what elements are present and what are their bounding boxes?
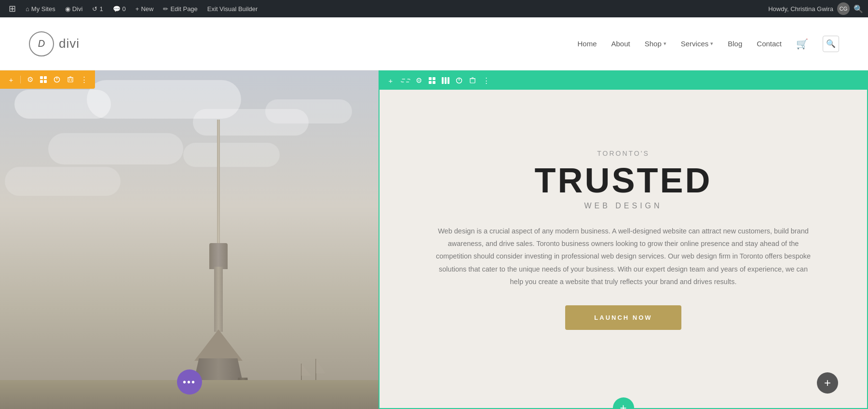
site-header: D divi Home About Shop ▾ Services ▾ Blog… [0, 17, 868, 70]
svg-rect-22 [448, 77, 449, 84]
tower-base-upper [194, 329, 243, 361]
divi-icon: ◉ [65, 5, 70, 13]
divi-label: Divi [72, 5, 83, 13]
power-icon[interactable] [454, 75, 464, 86]
updates-button[interactable]: ↺ 1 [88, 0, 107, 17]
content-body: Web design is a crucial aspect of any mo… [435, 225, 812, 287]
comments-count: 0 [122, 5, 126, 13]
my-sites-label: My Sites [31, 5, 55, 13]
cn-tower [170, 120, 267, 409]
nav-item-contact[interactable]: Contact [757, 40, 782, 48]
admin-search-icon[interactable]: 🔍 [854, 4, 863, 14]
content-subtitle: TORONTO'S [597, 150, 650, 157]
site-nav: Home About Shop ▾ Services ▾ Blog Contac… [577, 36, 839, 52]
comments-icon: 💬 [113, 5, 121, 13]
admin-bar-right: Howdy, Christina Gwira CG 🔍 [768, 2, 863, 15]
layout-icon[interactable] [38, 74, 49, 85]
nav-item-home[interactable]: Home [577, 40, 597, 48]
content-title-main: TRUSTED [535, 163, 712, 198]
content-title-sub: WEB DESIGN [584, 202, 662, 210]
exit-vb-label: Exit Visual Builder [207, 5, 258, 13]
nav-label-services: Services [681, 40, 709, 48]
nav-item-about[interactable]: About [611, 40, 630, 48]
logo-letter: D [38, 38, 45, 49]
nav-label-shop: Shop [645, 40, 662, 48]
svg-rect-25 [470, 79, 475, 83]
section-options-button[interactable]: ••• [177, 369, 202, 395]
svg-rect-1 [44, 76, 47, 79]
new-label: New [141, 5, 153, 13]
plus-icon: + [136, 5, 139, 13]
left-section: + ⚙ [0, 70, 379, 409]
svg-marker-13 [301, 364, 311, 376]
sites-icon: ⌂ [26, 5, 29, 13]
wp-icon: ⊞ [9, 3, 16, 14]
dots-label: ••• [183, 377, 196, 388]
plus-icon-gray: + [824, 376, 831, 390]
plus-icon: + [620, 401, 626, 409]
svg-rect-3 [44, 80, 47, 83]
admin-bar: ⊞ ⌂ My Sites ◉ Divi ↺ 1 💬 0 + New ✏ Edit… [0, 0, 868, 17]
right-section: + ⚙ [379, 70, 868, 409]
user-avatar[interactable]: CG [837, 2, 850, 15]
cloud-5 [48, 133, 183, 164]
cloud-4 [265, 99, 352, 123]
left-section-toolbar: + ⚙ [0, 70, 95, 89]
toolbar-separator [20, 76, 21, 83]
main-content: + ⚙ [0, 70, 868, 409]
nav-item-services[interactable]: Services ▾ [681, 40, 714, 48]
exit-vb-button[interactable]: Exit Visual Builder [203, 0, 262, 17]
svg-rect-20 [442, 77, 444, 84]
pencil-icon: ✏ [163, 5, 168, 13]
svg-rect-0 [40, 76, 43, 79]
my-sites-button[interactable]: ⌂ My Sites [22, 0, 59, 17]
tower-pod [209, 243, 228, 269]
trash-icon[interactable] [467, 75, 478, 86]
svg-rect-21 [445, 77, 447, 84]
edit-page-label: Edit Page [170, 5, 197, 13]
tower-base-lower [194, 358, 243, 380]
settings-icon[interactable]: ⚙ [413, 75, 424, 86]
wp-logo-button[interactable]: ⊞ [5, 0, 20, 17]
tower-needle [217, 120, 220, 245]
svg-rect-18 [429, 81, 432, 84]
add-section-gray-button[interactable]: + [817, 372, 838, 394]
settings-icon[interactable]: ⚙ [25, 74, 35, 85]
more-options-icon[interactable]: ⋮ [79, 74, 89, 85]
launch-now-button[interactable]: LAUNCH NOW [565, 305, 681, 330]
edit-page-button[interactable]: ✏ Edit Page [159, 0, 201, 17]
chevron-down-icon: ▾ [710, 41, 713, 47]
chevron-down-icon: ▾ [664, 41, 666, 47]
add-section-icon[interactable]: + [6, 74, 16, 85]
svg-rect-2 [40, 80, 43, 83]
svg-marker-15 [316, 359, 326, 373]
nav-label-contact: Contact [757, 40, 782, 48]
update-count: 1 [99, 5, 103, 13]
columns-icon[interactable] [440, 75, 451, 86]
layout-icon[interactable] [427, 75, 437, 86]
cloud-7 [5, 167, 121, 196]
svg-rect-6 [68, 78, 73, 82]
logo-text: divi [59, 36, 80, 51]
nav-item-shop[interactable]: Shop ▾ [645, 40, 666, 48]
nav-item-blog[interactable]: Blog [728, 40, 742, 48]
power-icon[interactable] [52, 74, 62, 85]
trash-icon[interactable] [65, 74, 76, 85]
svg-rect-17 [433, 77, 435, 80]
nav-label-about: About [611, 40, 630, 48]
right-section-toolbar: + ⚙ [380, 71, 867, 90]
svg-rect-16 [429, 77, 432, 80]
nav-label-home: Home [577, 40, 597, 48]
add-section-button[interactable]: + [613, 397, 634, 409]
cart-icon[interactable]: 🛒 [796, 38, 808, 50]
logo-circle: D [29, 31, 54, 56]
add-row-icon[interactable]: + [385, 75, 396, 86]
site-logo[interactable]: D divi [29, 31, 80, 56]
nav-label-blog: Blog [728, 40, 742, 48]
comments-button[interactable]: 💬 0 [109, 0, 130, 17]
background-image [0, 70, 379, 409]
search-icon[interactable]: 🔍 [823, 36, 839, 52]
more-options-icon[interactable]: ⋮ [481, 75, 491, 86]
divi-button[interactable]: ◉ Divi [61, 0, 87, 17]
new-button[interactable]: + New [132, 0, 158, 17]
